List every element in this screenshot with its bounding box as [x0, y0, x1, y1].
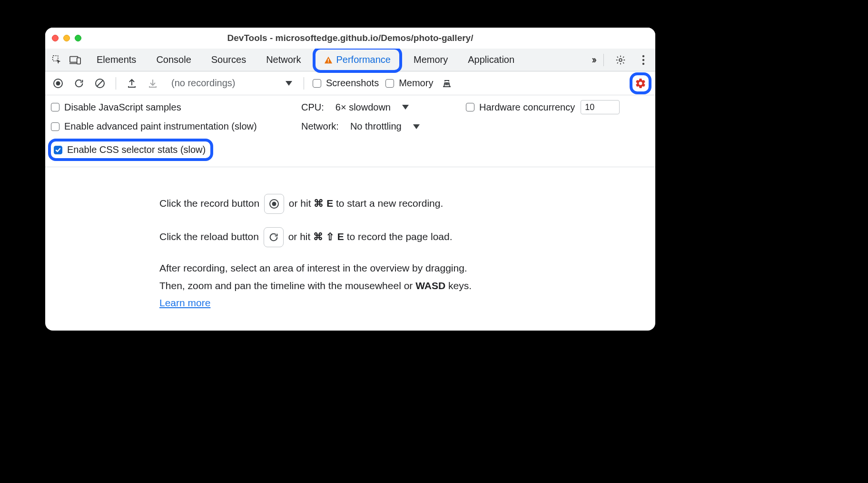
svg-line-13: [97, 80, 103, 86]
tab-performance-label: Performance: [336, 54, 391, 65]
landing-l2-pre: Click the reload button: [159, 231, 262, 242]
cpu-select[interactable]: 6× slowdown: [335, 102, 409, 113]
minimize-window-button[interactable]: [63, 35, 70, 41]
svg-rect-5: [328, 61, 329, 62]
memory-checkbox[interactable]: Memory: [385, 78, 433, 89]
landing-instructions: Click the record button or hit ⌘ E to st…: [45, 167, 655, 321]
svg-rect-3: [77, 58, 80, 64]
svg-rect-4: [328, 59, 329, 60]
disable-js-label: Disable JavaScript samples: [64, 102, 181, 113]
shortcut-cmd-shift-e: ⌘ ⇧ E: [313, 231, 344, 242]
devtools-window: DevTools - microsoftedge.github.io/Demos…: [45, 28, 655, 331]
close-window-button[interactable]: [52, 35, 59, 41]
hardware-concurrency-label: Hardware concurrency: [479, 102, 575, 113]
clear-button[interactable]: [93, 76, 107, 91]
warning-icon: [324, 56, 333, 64]
landing-l1-tail: to start a new recording.: [336, 198, 443, 209]
landing-l1-post: or hit: [289, 198, 314, 209]
tab-application[interactable]: Application: [459, 50, 523, 70]
hardware-concurrency-checkbox[interactable]: Hardware concurrency: [466, 102, 575, 113]
zoom-window-button[interactable]: [75, 35, 81, 41]
checkbox-icon: [385, 79, 394, 88]
learn-more-link[interactable]: Learn more: [159, 297, 210, 308]
paint-instrumentation-label: Enable advanced paint instrumentation (s…: [64, 121, 257, 132]
kebab-menu-icon[interactable]: [635, 52, 651, 68]
chevron-down-icon: [413, 124, 420, 129]
landing-p1: After recording, select an area of inter…: [159, 261, 650, 276]
download-profile-button[interactable]: [146, 76, 160, 91]
network-value: No throttling: [350, 121, 402, 132]
network-select[interactable]: No throttling: [350, 121, 420, 132]
reload-button[interactable]: [72, 76, 86, 91]
checkbox-icon: [466, 103, 474, 111]
cpu-label: CPU:: [301, 102, 324, 113]
tab-network[interactable]: Network: [257, 50, 309, 70]
network-select-group: Network: No throttling: [301, 121, 463, 132]
disable-js-checkbox[interactable]: Disable JavaScript samples: [51, 102, 298, 113]
chevron-down-icon: [286, 81, 292, 86]
checkbox-icon: [51, 122, 59, 131]
traffic-lights: [52, 35, 81, 41]
svg-point-11: [56, 81, 60, 85]
chevron-down-icon: [402, 105, 409, 110]
recordings-placeholder: (no recordings): [171, 78, 236, 89]
tab-performance[interactable]: Performance: [313, 47, 403, 73]
collect-garbage-button[interactable]: [440, 76, 454, 91]
svg-point-7: [642, 55, 644, 57]
tab-elements[interactable]: Elements: [88, 50, 145, 70]
reload-button-inline[interactable]: [264, 227, 284, 247]
cpu-select-group: CPU: 6× slowdown: [301, 102, 463, 113]
paint-instrumentation-checkbox[interactable]: Enable advanced paint instrumentation (s…: [51, 121, 298, 132]
shortcut-cmd-e: ⌘ E: [314, 198, 333, 209]
titlebar: DevTools - microsoftedge.github.io/Demos…: [45, 28, 655, 49]
device-toolbar-icon[interactable]: [67, 52, 83, 68]
separator: [116, 77, 116, 90]
landing-l2-tail: to record the page load.: [347, 231, 453, 242]
capture-settings-panel: Disable JavaScript samples CPU: 6× slowd…: [45, 95, 655, 167]
memory-label: Memory: [399, 78, 433, 89]
checkbox-checked-icon: [54, 146, 62, 154]
landing-p2a: Then, zoom and pan the timeline with the…: [159, 280, 415, 291]
landing-p2b: keys.: [445, 280, 472, 291]
screenshots-label: Screenshots: [326, 78, 379, 89]
landing-l1-pre: Click the record button: [159, 198, 262, 209]
tab-sources[interactable]: Sources: [203, 50, 255, 70]
hardware-concurrency-input[interactable]: 10: [581, 100, 620, 114]
checkbox-icon: [313, 79, 321, 88]
cpu-value: 6× slowdown: [335, 102, 391, 113]
tab-memory[interactable]: Memory: [405, 50, 456, 70]
tab-group: Elements Console Sources Network Perform…: [88, 47, 523, 73]
window-title: DevTools - microsoftedge.github.io/Demos…: [45, 33, 655, 43]
checkbox-icon: [51, 103, 59, 111]
svg-point-15: [272, 202, 276, 206]
separator: [304, 77, 304, 90]
tab-console[interactable]: Console: [148, 50, 199, 70]
devtools-tabbar: Elements Console Sources Network Perform…: [45, 49, 655, 71]
network-label: Network:: [301, 121, 339, 132]
css-selector-stats-label: Enable CSS selector stats (slow): [67, 144, 206, 155]
more-tabs-icon[interactable]: ››: [592, 54, 595, 66]
record-button-inline[interactable]: [264, 194, 284, 214]
record-button[interactable]: [51, 76, 65, 91]
svg-point-6: [619, 59, 622, 61]
recordings-select[interactable]: (no recordings): [167, 76, 295, 91]
svg-point-8: [642, 59, 644, 60]
upload-profile-button[interactable]: [125, 76, 139, 91]
inspect-element-icon[interactable]: [49, 52, 65, 68]
devtools-settings-icon[interactable]: [612, 52, 629, 68]
landing-l2-post: or hit: [288, 231, 314, 242]
svg-point-9: [642, 62, 644, 64]
performance-toolbar: (no recordings) Screenshots Memory: [45, 71, 655, 95]
separator: [603, 54, 604, 66]
landing-p2-kbd: WASD: [415, 280, 445, 291]
screenshots-checkbox[interactable]: Screenshots: [313, 78, 379, 89]
css-selector-stats-checkbox[interactable]: Enable CSS selector stats (slow): [48, 139, 213, 161]
capture-settings-button[interactable]: [630, 72, 651, 94]
